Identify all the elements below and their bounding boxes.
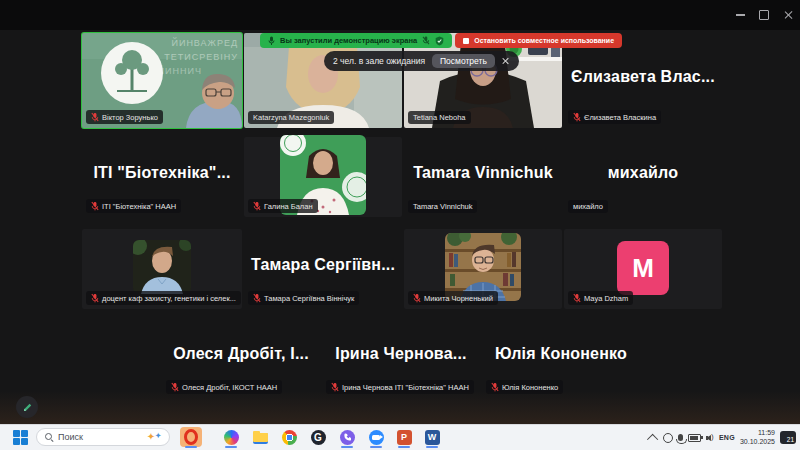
participant-tile-iryna-chernova[interactable]: Ірина Чернова... Ірина Чернова ІТІ "Біот… xyxy=(322,318,480,398)
desktop-strip xyxy=(0,391,800,425)
svg-text:ЙИНВАЖРЕД: ЙИНВАЖРЕД xyxy=(171,37,238,48)
window-titlebar xyxy=(0,0,800,30)
copilot-icon xyxy=(224,430,239,445)
maximize-icon xyxy=(759,10,769,20)
letter-avatar: M xyxy=(617,241,669,295)
close-button[interactable] xyxy=(779,7,797,23)
participant-label-text: Микита Чорненький xyxy=(424,294,493,303)
taskbar-app-explorer[interactable] xyxy=(249,427,271,447)
participant-label-text: Ірина Чернова ІТІ "Біотехніка" НААН xyxy=(342,383,469,392)
participant-video xyxy=(133,240,191,294)
annotate-button[interactable] xyxy=(16,396,38,418)
participant-name-label: ІТІ "Біотехніка" НААН xyxy=(86,199,181,213)
muted-mic-icon xyxy=(331,382,339,392)
waiting-room-text: 2 чел. в зале ожидания xyxy=(333,56,425,66)
taskbar-app-google[interactable]: G xyxy=(307,427,329,447)
taskbar-app-viber[interactable] xyxy=(336,427,358,447)
muted-mic-icon xyxy=(253,293,261,303)
participant-tile-mykhailo[interactable]: михайломихайло xyxy=(564,137,722,217)
share-status-pill: Вы запустили демонстрацию экрана xyxy=(260,33,452,48)
participant-tile-tamara-vinnichuk[interactable]: Tamara VinnichukTamara Vinnichuk xyxy=(404,137,562,217)
participant-display-name: Tamara Vinnichuk xyxy=(404,137,562,209)
chrome-icon xyxy=(282,430,297,445)
battery-icon[interactable] xyxy=(688,434,701,442)
mic-muted-icon[interactable] xyxy=(422,36,430,45)
participant-display-name: михайло xyxy=(564,137,722,209)
waiting-room-view-button[interactable]: Посмотреть xyxy=(432,54,495,68)
participant-tile-olesia-drobit[interactable]: Олеся Дробіт, І... Олеся Дробіт, ІКОСТ Н… xyxy=(162,318,320,398)
chevron-up-icon[interactable] xyxy=(647,433,658,444)
participant-tile-viktor-zorunko[interactable]: ЙИНВАЖРЕД ТЕТИСРЕВІНУ ЙИННИЧ Віктор Зору… xyxy=(82,33,242,128)
toast-close-icon[interactable] xyxy=(502,57,510,65)
taskbar-app-word[interactable]: W xyxy=(421,427,443,447)
participant-tile-mykyta[interactable]: Микита Чорненький xyxy=(404,229,562,309)
muted-mic-icon xyxy=(91,201,99,211)
security-shield-icon[interactable] xyxy=(435,36,444,46)
participant-name-label: Олеся Дробіт, ІКОСТ НААН xyxy=(166,380,282,394)
start-button[interactable] xyxy=(13,430,28,445)
participant-name-label: Tamara Vinnichuk xyxy=(408,200,477,213)
windows-taskbar: Поиск ✦✦ GPW ENG 11:59 30.10.2025 21 xyxy=(0,424,800,450)
taskbar-app-chrome[interactable] xyxy=(278,427,300,447)
minimize-button[interactable] xyxy=(731,7,749,23)
taskbar-app-zoom[interactable] xyxy=(365,427,387,447)
muted-mic-icon xyxy=(413,293,421,303)
participant-label-text: Katarzyna Mazegoniuk xyxy=(253,113,329,122)
waiting-room-toast: 2 чел. в зале ожидания Посмотреть xyxy=(324,51,519,71)
status-circle-icon[interactable] xyxy=(663,433,673,443)
participant-label-text: Юлія Кононенко xyxy=(502,383,558,392)
language-indicator[interactable]: ENG xyxy=(719,434,735,441)
speaker-icon[interactable] xyxy=(706,435,711,441)
google-icon: G xyxy=(311,430,326,445)
participant-label-text: Галина Балан xyxy=(264,202,313,211)
participant-tile-yuliia-kononenko[interactable]: Юлія Кононенко Юлія Кононенко xyxy=(482,318,640,398)
muted-mic-icon xyxy=(91,112,99,122)
participant-name-label: Tetiana Neboha xyxy=(408,111,471,124)
muted-mic-icon xyxy=(91,293,99,303)
muted-mic-icon xyxy=(171,382,179,392)
participant-label-text: Tamara Vinnichuk xyxy=(413,202,472,211)
participant-name-label: Katarzyna Mazegoniuk xyxy=(248,111,334,124)
participant-name-label: Юлія Кононенко xyxy=(486,380,563,394)
participant-tile-tamara-serhiivna[interactable]: Тамара Сергіївн... Тамара Сергіївна Вінн… xyxy=(244,229,402,309)
svg-text:ЙИННИЧ: ЙИННИЧ xyxy=(158,65,202,76)
participant-tile-maya-dzham[interactable]: M Maya Dzham xyxy=(564,229,722,309)
participant-label-text: Віктор Зорунько xyxy=(102,113,158,122)
taskbar-app-opera[interactable] xyxy=(180,427,202,447)
participant-name-label: доцент каф захисту, генетики і селек... xyxy=(86,291,241,305)
participant-label-text: доцент каф захисту, генетики і селек... xyxy=(102,294,236,303)
participant-name-label: Віктор Зорунько xyxy=(86,110,163,124)
participant-label-text: ІТІ "Біотехніка" НААН xyxy=(102,202,176,211)
participant-label-text: Maya Dzham xyxy=(584,294,628,303)
stop-icon xyxy=(463,38,469,44)
participant-label-text: Tetiana Neboha xyxy=(413,113,466,122)
participant-name-label: Микита Чорненький xyxy=(408,291,498,305)
participant-name-label: Галина Балан xyxy=(248,199,318,213)
phone-icon xyxy=(268,36,275,45)
notification-count: 21 xyxy=(787,436,794,443)
svg-text:ТЕТИСРЕВІНУ: ТЕТИСРЕВІНУ xyxy=(164,52,238,62)
muted-mic-icon xyxy=(253,201,261,211)
notification-center-button[interactable]: 21 xyxy=(780,431,796,444)
taskbar-app-powerpoint[interactable]: P xyxy=(393,427,415,447)
share-status-text: Вы запустили демонстрацию экрана xyxy=(280,36,417,45)
mic-icon[interactable] xyxy=(678,434,683,441)
dotsent-photo-art xyxy=(133,240,191,294)
stop-share-button[interactable]: Остановить совместное использование xyxy=(455,33,622,48)
participant-label-text: Єлизавета Власкина xyxy=(584,113,656,122)
participant-tile-halyna-balan[interactable]: Галина Балан xyxy=(244,137,402,217)
participant-tile-dotsent[interactable]: доцент каф захисту, генетики і селек... xyxy=(82,229,242,309)
search-icon xyxy=(45,433,53,441)
system-tray: ENG 11:59 30.10.2025 21 xyxy=(650,425,796,450)
participant-name-label: михайло xyxy=(568,200,608,213)
powerpoint-icon: P xyxy=(397,430,412,445)
sparkle-icon: ✦✦ xyxy=(147,432,161,442)
opera-icon xyxy=(184,429,198,445)
taskbar-app-copilot[interactable] xyxy=(220,427,242,447)
screen-share-banner: Вы запустили демонстрацию экрана Останов… xyxy=(260,33,622,48)
participant-tile-iti-biotehnika[interactable]: ІТІ "Біотехніка"... ІТІ "Біотехніка" НАА… xyxy=(82,137,242,217)
clock[interactable]: 11:59 30.10.2025 xyxy=(740,429,775,447)
maximize-button[interactable] xyxy=(755,7,773,23)
search-input[interactable]: Поиск ✦✦ xyxy=(36,428,170,446)
meeting-stage: ЙИНВАЖРЕД ТЕТИСРЕВІНУ ЙИННИЧ Віктор Зору… xyxy=(0,0,800,425)
